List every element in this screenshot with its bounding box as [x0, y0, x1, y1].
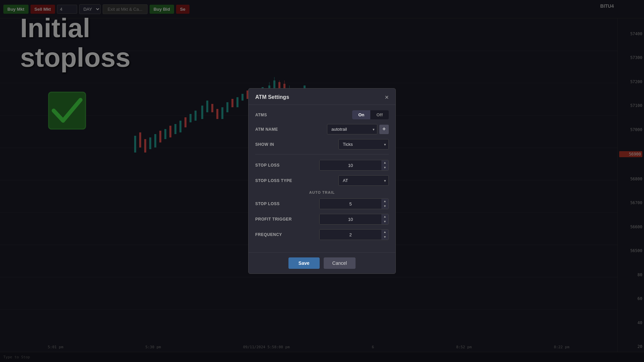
atm-name-select[interactable]: autotrail [327, 124, 377, 134]
stop-loss-input[interactable] [320, 160, 381, 170]
show-in-row: SHOW IN Ticks Points Percent [255, 139, 389, 149]
atm-name-label: ATM NAME [255, 127, 278, 132]
frequency-up[interactable]: ▲ [381, 230, 388, 235]
stop-loss-type-select[interactable]: AT Fixed Trailing [338, 175, 389, 186]
frequency-label: FREQUENCY [255, 232, 282, 237]
profit-trigger-label: PROFIT TRIGGER [255, 217, 292, 222]
auto-trail-stop-loss-down[interactable]: ▼ [381, 204, 388, 209]
dialog-header: ATM Settings × [249, 88, 395, 105]
stop-loss-spinbox: ▲ ▼ [319, 160, 389, 171]
dialog-footer: Save Cancel [249, 252, 395, 274]
stop-loss-type-row: STOP LOSS TYPE AT Fixed Trailing [255, 175, 389, 186]
add-atm-button[interactable]: + [379, 125, 389, 134]
stop-loss-arrows: ▲ ▼ [381, 160, 388, 170]
auto-trail-stop-loss-label: STOP LOSS [255, 201, 280, 206]
save-button[interactable]: Save [288, 257, 320, 269]
profit-trigger-arrows: ▲ ▼ [381, 214, 388, 224]
show-in-select[interactable]: Ticks Points Percent [338, 139, 389, 149]
close-button[interactable]: × [385, 94, 389, 101]
atms-on-button[interactable]: On [352, 110, 370, 119]
atm-name-group: autotrail + [327, 124, 389, 134]
atms-label: ATMS [255, 113, 267, 117]
dialog-title: ATM Settings [255, 94, 289, 100]
stop-loss-row: STOP LOSS ▲ ▼ [255, 160, 389, 171]
atm-name-select-wrapper: autotrail [327, 124, 377, 134]
stop-loss-down[interactable]: ▼ [381, 165, 388, 170]
frequency-arrows: ▲ ▼ [381, 230, 388, 240]
auto-trail-stop-loss-arrows: ▲ ▼ [381, 199, 388, 209]
auto-trail-stop-loss-input[interactable] [320, 199, 381, 209]
modal-overlay: ATM Settings × ATMS On Off ATM NAME auto [0, 0, 644, 362]
auto-trail-stop-loss-up[interactable]: ▲ [381, 199, 388, 204]
profit-trigger-up[interactable]: ▲ [381, 214, 388, 219]
frequency-row: FREQUENCY ▲ ▼ [255, 229, 389, 240]
stop-loss-label: STOP LOSS [255, 163, 280, 168]
profit-trigger-row: PROFIT TRIGGER ▲ ▼ [255, 214, 389, 225]
auto-trail-section-label: AUTO TRAIL [255, 190, 389, 194]
stop-loss-up[interactable]: ▲ [381, 160, 388, 165]
atm-settings-dialog: ATM Settings × ATMS On Off ATM NAME auto [248, 88, 396, 274]
profit-trigger-spinbox: ▲ ▼ [319, 214, 389, 225]
atms-off-button[interactable]: Off [370, 110, 389, 119]
atms-row: ATMS On Off [255, 110, 389, 119]
auto-trail-stop-loss-row: STOP LOSS ▲ ▼ [255, 198, 389, 209]
atms-toggle: On Off [352, 110, 389, 119]
show-in-select-wrapper: Ticks Points Percent [338, 139, 389, 149]
stop-loss-type-wrapper: AT Fixed Trailing [338, 175, 389, 186]
stop-loss-type-label: STOP LOSS TYPE [255, 178, 292, 183]
atm-name-row: ATM NAME autotrail + [255, 124, 389, 134]
profit-trigger-input[interactable] [320, 214, 381, 224]
dialog-body[interactable]: ATMS On Off ATM NAME autotrail + [249, 105, 395, 250]
cancel-button[interactable]: Cancel [324, 257, 356, 269]
profit-trigger-down[interactable]: ▼ [381, 219, 388, 224]
frequency-spinbox: ▲ ▼ [319, 229, 389, 240]
frequency-down[interactable]: ▼ [381, 235, 388, 240]
auto-trail-stop-loss-spinbox: ▲ ▼ [319, 198, 389, 209]
section-divider-1 [255, 154, 389, 155]
frequency-input[interactable] [320, 230, 381, 240]
show-in-label: SHOW IN [255, 142, 274, 147]
